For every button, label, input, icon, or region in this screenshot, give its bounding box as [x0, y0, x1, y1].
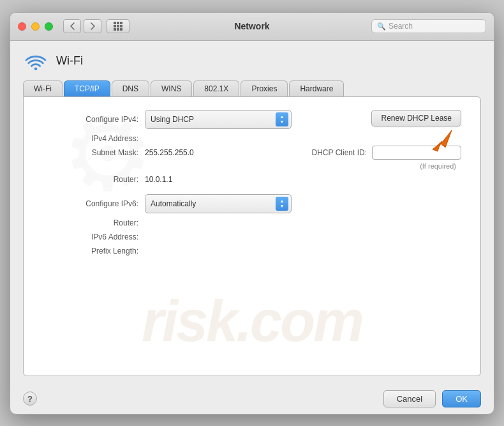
grid-icon — [114, 22, 122, 31]
ipv6-section: Configure IPv6: Automatically ▲ ▼ Router… — [43, 194, 461, 255]
dropdown-arrow-icon: ▲ ▼ — [276, 112, 288, 126]
prefix-length-label: Prefix Length: — [43, 247, 145, 255]
tab-wifi[interactable]: Wi-Fi — [23, 80, 63, 96]
router-value: 10.0.1.1 — [145, 175, 172, 184]
tcpip-panel: risk.com ⚙ Configure IPv4: Using DHCP ▲ … — [23, 96, 481, 376]
wifi-label: Wi-Fi — [56, 54, 83, 68]
ipv6-dropdown-arrow-icon: ▲ ▼ — [276, 197, 288, 211]
subnet-mask-value: 255.255.255.0 — [145, 148, 194, 157]
subnet-mask-label: Subnet Mask: — [43, 148, 145, 157]
tab-hardware[interactable]: Hardware — [289, 80, 344, 96]
configure-ipv6-value: Automatically — [151, 199, 273, 208]
tab-tcpip[interactable]: TCP/IP — [64, 80, 110, 96]
minimize-button[interactable] — [31, 22, 40, 31]
router-label: Router: — [43, 175, 145, 184]
ipv6-address-label: IPv6 Address: — [43, 232, 145, 241]
configure-ipv6-label: Configure IPv6: — [43, 199, 145, 208]
router-row: Router: 10.0.1.1 — [43, 175, 461, 184]
wifi-icon — [23, 51, 48, 72]
tab-bar: Wi-Fi TCP/IP DNS WINS 802.1X Proxies Har… — [23, 80, 481, 96]
ipv6-address-row: IPv6 Address: — [43, 232, 461, 241]
cancel-button[interactable]: Cancel — [383, 390, 436, 407]
ok-button[interactable]: OK — [442, 390, 481, 407]
help-button[interactable]: ? — [23, 392, 37, 406]
ipv6-router-row: Router: — [43, 218, 461, 227]
wifi-header: Wi-Fi — [23, 51, 481, 72]
tab-wins[interactable]: WINS — [151, 80, 192, 96]
renew-dhcp-button[interactable]: Renew DHCP Lease — [371, 110, 461, 126]
tab-proxies[interactable]: Proxies — [241, 80, 288, 96]
configure-ipv4-value: Using DHCP — [151, 115, 273, 124]
ipv6-router-label: Router: — [43, 218, 145, 227]
cursor-arrow-icon — [426, 127, 458, 153]
search-input[interactable] — [389, 22, 480, 31]
watermark-line1: risk.com — [142, 293, 362, 350]
dhcp-client-label: DHCP Client ID: — [312, 148, 367, 157]
search-icon: 🔍 — [377, 22, 386, 31]
configure-ipv6-dropdown[interactable]: Automatically ▲ ▼ — [145, 194, 292, 213]
content-area: Wi-Fi Wi-Fi TCP/IP DNS WINS 802.1X Proxi… — [10, 41, 494, 384]
forward-button[interactable] — [84, 19, 101, 33]
subnet-mask-row: Subnet Mask: 255.255.255.0 DHCP Client I… — [43, 148, 461, 157]
search-box[interactable]: 🔍 — [371, 19, 486, 33]
window-title: Network — [234, 21, 269, 31]
bottom-buttons: Cancel OK — [383, 390, 481, 407]
traffic-lights — [18, 22, 53, 31]
tab-8021x[interactable]: 802.1X — [193, 80, 239, 96]
main-window: Network 🔍 Wi-Fi Wi-Fi TCP/IP DNS — [10, 12, 494, 415]
configure-ipv4-label: Configure IPv4: — [43, 115, 145, 124]
svg-point-0 — [34, 67, 38, 70]
if-required-row: (If required) — [43, 162, 461, 170]
nav-buttons — [63, 19, 101, 33]
maximize-button[interactable] — [45, 22, 53, 31]
grid-button[interactable] — [107, 19, 130, 33]
titlebar: Network 🔍 — [10, 13, 494, 41]
renew-section: Renew DHCP Lease — [371, 110, 461, 149]
tab-dns[interactable]: DNS — [112, 80, 149, 96]
back-button[interactable] — [63, 19, 81, 33]
cursor-indicator — [423, 130, 461, 149]
configure-ipv4-dropdown[interactable]: Using DHCP ▲ ▼ — [145, 110, 292, 129]
ipv4-address-label: IPv4 Address: — [43, 134, 145, 143]
if-required-text: (If required) — [420, 162, 459, 170]
prefix-length-row: Prefix Length: — [43, 247, 461, 255]
bottom-bar: ? Cancel OK — [10, 384, 494, 414]
close-button[interactable] — [18, 22, 26, 31]
configure-ipv6-row: Configure IPv6: Automatically ▲ ▼ — [43, 194, 461, 213]
